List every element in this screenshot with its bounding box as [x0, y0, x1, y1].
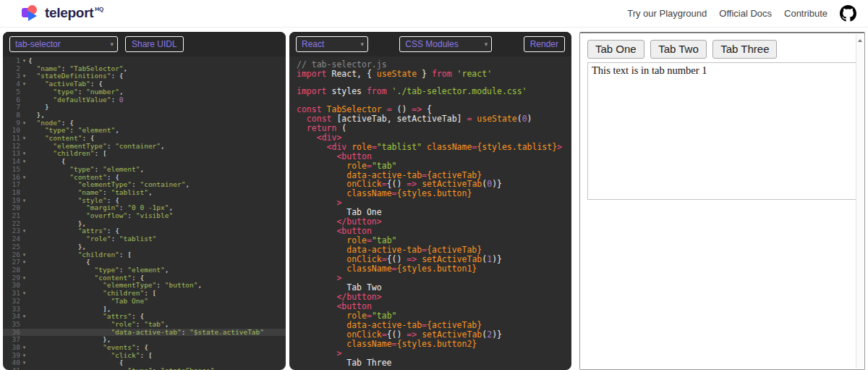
logo-wordmark: teleport [45, 4, 93, 22]
project-selector-dropdown[interactable]: tab-selector [9, 36, 118, 52]
preview-tab-one-button[interactable]: Tab One [587, 40, 644, 59]
style-flavor-value: CSS Modules [405, 39, 458, 49]
app-header: teleport HQ Try our Playground Official … [0, 0, 868, 28]
preview-tab-three-button[interactable]: Tab Three [712, 40, 777, 59]
github-icon[interactable] [840, 5, 856, 22]
render-preview-panel: Tab One Tab Two Tab Three This text is i… [579, 32, 865, 370]
preview-content: Tab One Tab Two Tab Three This text is i… [580, 33, 864, 200]
generated-code-panel: React CSS Modules Render // tab-selector… [289, 32, 571, 370]
nav-link-contribute[interactable]: Contribute [784, 8, 827, 19]
uidl-code-editor[interactable]: 1▾{2 "name": "TabSelector",3▾ "stateDefi… [3, 56, 286, 370]
preview-scrollbar[interactable] [856, 35, 864, 369]
render-button[interactable]: Render [524, 36, 565, 52]
framework-selector-value: React [302, 39, 324, 49]
share-uidl-button[interactable]: Share UIDL [125, 36, 184, 52]
project-selector-value: tab-selector [15, 39, 61, 49]
generated-code-editor[interactable]: // tab-selector.jsimport React, { useSta… [289, 56, 571, 370]
teleporthq-logo[interactable]: teleport HQ [22, 4, 103, 22]
logo-hq-sup: HQ [95, 6, 103, 12]
nav-link-docs[interactable]: Official Docs [719, 8, 772, 19]
uidl-toolbar: tab-selector Share UIDL [3, 32, 286, 56]
header-nav: Try our Playground Official Docs Contrib… [627, 5, 856, 22]
preview-tablist: Tab One Tab Two Tab Three [587, 40, 864, 59]
logo-triangle-shape [28, 11, 37, 21]
uidl-editor-panel: tab-selector Share UIDL 1▾{2 "name": "Ta… [3, 32, 286, 370]
framework-selector-dropdown[interactable]: React [296, 36, 368, 52]
code-toolbar: React CSS Modules Render [289, 32, 571, 56]
teleporthq-logo-icon [22, 5, 40, 22]
preview-tab-content: This text is in tab number 1 [587, 62, 856, 200]
scroll-up-arrow-icon[interactable] [856, 36, 864, 45]
nav-link-playground[interactable]: Try our Playground [627, 8, 707, 19]
preview-tab-two-button[interactable]: Tab Two [650, 40, 707, 59]
style-flavor-dropdown[interactable]: CSS Modules [399, 36, 492, 52]
